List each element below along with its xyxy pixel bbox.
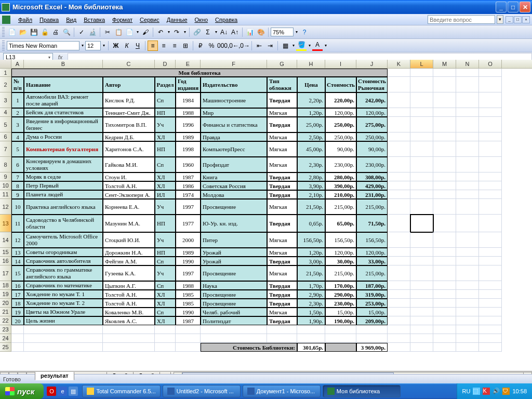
cell-cover[interactable]: Твердая	[267, 290, 297, 299]
column-header-A[interactable]: A	[11, 60, 24, 68]
cell-market[interactable]: 215,00р.	[356, 199, 388, 215]
row-header-22[interactable]: 22	[0, 316, 11, 325]
cell-section[interactable]: НП	[155, 108, 176, 117]
total-market[interactable]: 3 969,00р.	[356, 343, 388, 352]
header-author[interactable]: Автор	[103, 77, 155, 92]
cell-cover[interactable]: Твердая	[267, 172, 297, 181]
cell[interactable]	[433, 157, 456, 172]
cell-cover[interactable]: Мягкая	[267, 141, 297, 157]
font-color-icon[interactable]: A	[312, 41, 323, 51]
row-header-15[interactable]: 15	[0, 248, 11, 257]
toolbar-grip[interactable]	[2, 27, 5, 37]
cell-author[interactable]: Толстой А.Н.	[103, 299, 155, 308]
cell-publisher[interactable]: Правда	[201, 132, 267, 141]
cell-cost[interactable]: 250,00р.	[325, 132, 356, 141]
column-header-N[interactable]: N	[456, 60, 479, 68]
tray-volume-icon[interactable]: 🔊	[493, 388, 500, 395]
cell[interactable]	[479, 132, 502, 141]
cell-price[interactable]: 2,20р.	[297, 92, 325, 108]
cell-year[interactable]: 1987	[176, 172, 201, 181]
cell-publisher[interactable]: Книга	[201, 172, 267, 181]
menu-file[interactable]: Файл	[15, 16, 36, 24]
cell[interactable]	[479, 232, 502, 248]
cell[interactable]	[433, 77, 456, 92]
cell[interactable]	[388, 181, 410, 190]
cell-market[interactable]: 33,00р.	[356, 257, 388, 265]
cell-cost[interactable]: 280,00р.	[325, 172, 356, 181]
column-header-M[interactable]: M	[433, 60, 456, 68]
header-section[interactable]: Раздел	[155, 77, 176, 92]
cell-publisher[interactable]: Просвещение	[201, 290, 267, 299]
taskbar-item[interactable]: Untitled2 - Microsoft ...	[163, 385, 241, 397]
font-name-input[interactable]	[7, 41, 79, 50]
cell-cover[interactable]: Мягкая	[267, 265, 297, 281]
header-price[interactable]: Цена	[297, 77, 325, 92]
cell-author[interactable]: Гайкова М.И.	[103, 157, 155, 172]
cell-publisher[interactable]: Питер	[201, 232, 267, 248]
cell[interactable]	[433, 215, 456, 232]
cell[interactable]	[456, 308, 479, 316]
fill-color-icon[interactable]: 🪣	[296, 41, 307, 51]
cell[interactable]	[456, 199, 479, 215]
cell[interactable]	[176, 334, 201, 343]
cell[interactable]	[155, 334, 176, 343]
taskbar-item[interactable]: Моя библиотека	[323, 385, 401, 397]
cell-author[interactable]: Цыпкин А.Г.	[103, 281, 155, 290]
cell[interactable]	[103, 334, 155, 343]
cell[interactable]	[479, 92, 502, 108]
cell-no[interactable]: 2	[11, 108, 24, 117]
cell[interactable]	[388, 215, 410, 232]
tray-av-icon[interactable]: K	[483, 388, 490, 395]
cell-no[interactable]: 5	[11, 141, 24, 157]
cell[interactable]	[388, 325, 410, 334]
underline-icon[interactable]: Ч	[132, 41, 143, 51]
cell-market[interactable]: 242,00р.	[356, 92, 388, 108]
row-header-19[interactable]: 19	[0, 290, 11, 299]
cell-author[interactable]: Яковлев А.С.	[103, 316, 155, 325]
cell-no[interactable]: 11	[11, 215, 24, 232]
toolbar-grip[interactable]	[2, 41, 5, 51]
cell[interactable]	[388, 290, 410, 299]
cell-cost[interactable]: 120,00р.	[325, 248, 356, 257]
cell-cover[interactable]: Мягкая	[267, 157, 297, 172]
cell[interactable]	[456, 92, 479, 108]
hyperlink-icon[interactable]: 🔗	[192, 27, 202, 37]
cell-year[interactable]: 2000	[176, 232, 201, 248]
cell-price[interactable]: 2,90р.	[297, 290, 325, 299]
cell[interactable]	[410, 290, 433, 299]
cell[interactable]	[325, 343, 356, 352]
row-header-5[interactable]: 5	[0, 117, 11, 132]
cell-title[interactable]: Компьютерная бухгалтерия	[24, 141, 103, 157]
cell-cover[interactable]: Твердая	[267, 92, 297, 108]
cell-cover[interactable]: Твердая	[267, 257, 297, 265]
cell[interactable]	[479, 325, 502, 334]
cell[interactable]	[456, 257, 479, 265]
cell[interactable]	[325, 334, 356, 343]
taskbar-item[interactable]: Документ1 - Microso...	[243, 385, 321, 397]
column-header-K[interactable]: K	[388, 60, 410, 68]
cell-year[interactable]: 1997	[176, 199, 201, 215]
cell-market[interactable]: 156,50р.	[356, 232, 388, 248]
cell[interactable]	[433, 232, 456, 248]
align-center-icon[interactable]: ≡	[158, 41, 169, 51]
cell-cost[interactable]: 120,00р.	[325, 108, 356, 117]
cell-title[interactable]: Бейсик для статистиков	[24, 108, 103, 117]
cell[interactable]	[479, 108, 502, 117]
cell-publisher[interactable]: Просвещение	[201, 199, 267, 215]
cell-section[interactable]: ХЛ	[155, 316, 176, 325]
cell-publisher[interactable]: Машиностроение	[201, 92, 267, 108]
currency-icon[interactable]: ₽	[195, 41, 206, 51]
cell[interactable]	[479, 172, 502, 181]
cell[interactable]	[433, 299, 456, 308]
borders-icon[interactable]: ▦	[280, 41, 290, 51]
cell[interactable]	[388, 316, 410, 325]
cell-author[interactable]: Толстой А.Н.	[103, 181, 155, 190]
cell[interactable]	[410, 141, 433, 157]
cell-price[interactable]: 1,70р.	[297, 281, 325, 290]
cell-price[interactable]: 2,30р.	[297, 157, 325, 172]
cell[interactable]	[388, 281, 410, 290]
cell[interactable]	[410, 69, 433, 77]
cell-cost[interactable]: 170,00р.	[325, 281, 356, 290]
menu-edit[interactable]: Правка	[36, 16, 62, 24]
ql-desktop-icon[interactable]: ▥	[69, 387, 78, 396]
